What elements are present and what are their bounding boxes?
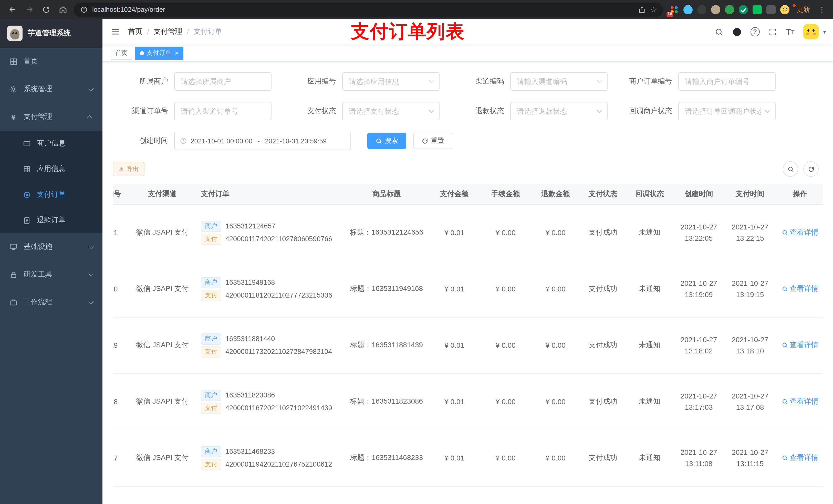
product-title: 标题：1635311949168: [350, 284, 423, 292]
sidebar-item-infra[interactable]: 基础设施: [0, 233, 102, 261]
app-select-input[interactable]: [342, 72, 439, 91]
forward-icon[interactable]: [23, 3, 35, 16]
sidebar-item-workflow[interactable]: 工作流程: [0, 288, 102, 316]
create-time: 13:17:03: [676, 402, 722, 413]
view-detail-link[interactable]: 查看详情: [782, 228, 818, 237]
merchant-order-no: 1635312124657: [225, 222, 276, 230]
reset-button-label: 重置: [431, 136, 444, 145]
view-detail-link[interactable]: 查看详情: [782, 341, 818, 350]
reset-button[interactable]: 重置: [413, 133, 452, 149]
col-header-fee-amount: 手续金额: [480, 184, 531, 205]
merchant-order-no-input[interactable]: [678, 72, 776, 91]
sidebar-item-payment[interactable]: ¥ 支付管理: [0, 103, 102, 130]
merchant-order-no: 1635311949168: [225, 279, 275, 286]
reload-icon[interactable]: [40, 3, 52, 16]
sidebar-item-dev-tools[interactable]: 研发工具: [0, 261, 102, 288]
view-detail-link[interactable]: 查看详情: [782, 284, 818, 293]
create-time: 13:19:09: [676, 289, 722, 301]
breadcrumb-payment[interactable]: 支付管理: [154, 27, 182, 37]
table-row: 21 微信 JSAPI 支付 商户1635312124657 支付4200001…: [113, 205, 823, 261]
search-button[interactable]: 搜索: [367, 133, 406, 149]
sidebar-item-refund-order[interactable]: 退款订单: [0, 208, 102, 233]
extension-green-icon[interactable]: [725, 5, 734, 14]
update-button[interactable]: 更新: [794, 4, 812, 15]
address-bar[interactable]: localhost:1024/pay/order ☆: [74, 2, 663, 17]
product-title: 标题：1635311881439: [350, 341, 423, 349]
site-info-icon[interactable]: [80, 5, 88, 14]
breadcrumb-home[interactable]: 首页: [128, 27, 142, 37]
pay-time: 13:19:15: [727, 289, 773, 301]
sidebar-item-system[interactable]: 系统管理: [0, 75, 102, 103]
channel-order-no: 4200001181202110277723215336: [225, 291, 332, 299]
view-detail-label: 查看详情: [790, 397, 818, 406]
filter-notify-status: 回调商户状态: [617, 102, 776, 120]
extension-grid-icon[interactable]: 10: [670, 5, 679, 14]
share-icon[interactable]: [638, 3, 646, 16]
notify-status: 未通知: [639, 453, 660, 461]
extension-tan-icon[interactable]: [711, 5, 720, 14]
breadcrumb-current: 支付订单: [194, 27, 222, 37]
product-title: 标题：1635312124656: [350, 228, 423, 236]
sidebar-item-merchant-info[interactable]: 商户信息: [0, 130, 102, 156]
fullscreen-icon[interactable]: [768, 27, 777, 36]
col-header-create-time: 创建时间: [673, 184, 724, 205]
toggle-search-button[interactable]: [783, 161, 798, 177]
bookmark-star-icon[interactable]: ☆: [650, 5, 657, 14]
merchant-select-input[interactable]: [174, 72, 271, 91]
channel-code-input[interactable]: [510, 72, 608, 91]
channel-code-select: [510, 72, 608, 91]
order-id: 18: [113, 398, 118, 406]
extension-check-icon[interactable]: [739, 5, 748, 14]
sidebar-item-label: 基础设施: [24, 242, 52, 251]
notify-status-input[interactable]: [678, 102, 776, 120]
refund-amount: ¥ 0.00: [546, 454, 566, 462]
filter-label: 支付状态: [281, 106, 342, 116]
tab-pay-order[interactable]: 支付订单 ×: [135, 46, 183, 60]
back-icon[interactable]: [6, 3, 19, 16]
sidebar-item-app-info[interactable]: 应用信息: [0, 156, 102, 182]
browser-menu-icon[interactable]: ⋮: [817, 5, 827, 14]
view-detail-label: 查看详情: [790, 341, 818, 350]
export-button[interactable]: 导出: [113, 162, 144, 176]
view-detail-link[interactable]: 查看详情: [782, 397, 818, 406]
refund-status-input[interactable]: [510, 102, 608, 120]
pay-tag: 支付: [201, 402, 221, 414]
sidebar-item-label: 退款订单: [37, 216, 66, 225]
question-icon[interactable]: ?: [751, 27, 760, 37]
refresh-table-button[interactable]: [803, 161, 819, 177]
extension-emoji-icon[interactable]: [780, 5, 789, 14]
merchant-tag: 商户: [201, 333, 221, 344]
sidebar-item-home[interactable]: 首页: [0, 48, 102, 75]
avatar[interactable]: [803, 24, 819, 40]
extensions-puzzle-icon[interactable]: [766, 5, 776, 14]
clock-icon: [180, 137, 187, 144]
hamburger-icon[interactable]: [102, 27, 128, 37]
extension-drop-icon[interactable]: [684, 5, 693, 14]
home-icon[interactable]: [57, 3, 69, 16]
col-header-pay-amount: 支付金额: [429, 184, 480, 205]
sidebar-item-label: 首页: [24, 57, 38, 66]
date-range-picker[interactable]: 2021-10-01 00:00:00 - 2021-10-31 23:59:5…: [174, 131, 351, 150]
date-separator: -: [256, 137, 261, 145]
payment-submenu: 商户信息 应用信息 支付订单: [0, 130, 102, 233]
extension-chat-icon[interactable]: [753, 5, 762, 14]
tab-home[interactable]: 首页: [111, 46, 132, 60]
briefcase-icon: [9, 298, 18, 306]
github-icon[interactable]: [732, 27, 742, 37]
extension-dark-icon[interactable]: [697, 5, 707, 14]
page-content: 所属商户 应用编号 渠道编码: [102, 62, 833, 504]
filter-channel-order-no: 渠道订单号: [113, 102, 271, 120]
pay-status: 支付成功: [589, 228, 617, 236]
pay-status-input[interactable]: [342, 102, 439, 120]
pay-status: 支付成功: [589, 341, 617, 349]
channel-order-no: 4200001173202110272847982104: [225, 348, 332, 356]
pay-status: 支付成功: [589, 453, 617, 461]
font-size-icon[interactable]: TT: [786, 27, 794, 36]
refund-amount: ¥ 0.00: [546, 341, 566, 349]
close-tab-icon[interactable]: ×: [175, 50, 178, 56]
channel-order-no-input[interactable]: [174, 102, 271, 120]
search-icon[interactable]: [715, 27, 723, 36]
table-toolbar: 导出: [113, 161, 823, 177]
sidebar-item-pay-order[interactable]: 支付订单: [0, 182, 102, 208]
view-detail-link[interactable]: 查看详情: [782, 453, 818, 462]
